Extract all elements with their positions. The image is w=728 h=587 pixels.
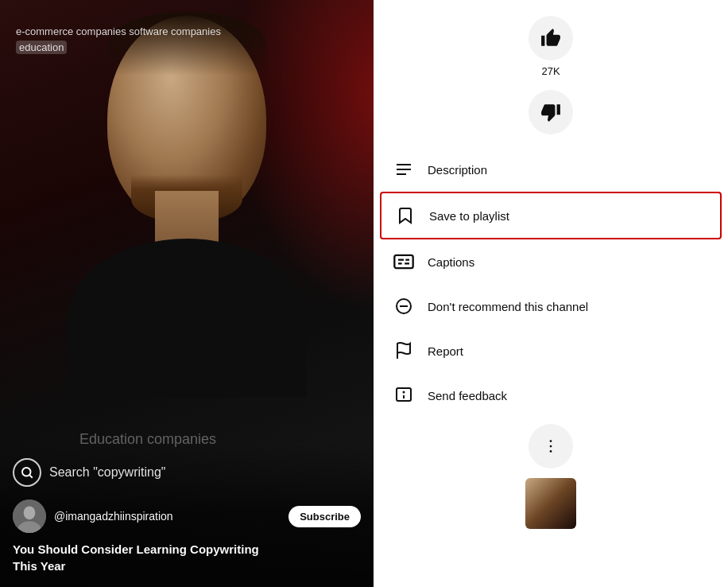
- action-panel: 27K Description: [374, 0, 728, 587]
- menu-item-feedback[interactable]: Send feedback: [380, 373, 722, 418]
- bookmark-icon: [394, 204, 416, 227]
- minus-circle-icon: [393, 295, 415, 317]
- avatar: [13, 500, 46, 533]
- video-title-text: You Should Consider Learning Copywriting: [13, 542, 259, 556]
- video-bottom-overlay: Search "copywriting" @imangadzhiinspirat…: [0, 442, 374, 587]
- feedback-label: Send feedback: [428, 389, 507, 402]
- dislike-button[interactable]: [529, 90, 573, 134]
- search-text: Search "copywriting": [49, 465, 166, 480]
- svg-rect-16: [397, 388, 411, 401]
- svg-point-19: [550, 440, 552, 442]
- svg-point-3: [24, 506, 36, 519]
- tag-line1: e-commerce companies software companies: [16, 24, 358, 40]
- feedback-icon: [393, 384, 415, 406]
- tag-line2: education: [16, 40, 358, 56]
- person-silhouette: [52, 0, 322, 461]
- video-title: You Should Consider Learning Copywriting…: [13, 541, 361, 574]
- captions-label: Captions: [428, 255, 474, 269]
- captions-icon: [393, 251, 415, 273]
- video-title-text2: This Year: [13, 559, 65, 573]
- flag-icon: [393, 340, 415, 362]
- subscribe-button[interactable]: Subscribe: [288, 506, 361, 527]
- channel-handle: @imangadzhiinspiration: [54, 510, 281, 523]
- like-count: 27K: [541, 65, 560, 77]
- menu-item-dont-recommend[interactable]: Don't recommend this channel: [380, 284, 722, 328]
- menu-item-captions[interactable]: Captions: [380, 239, 722, 284]
- svg-rect-8: [394, 255, 412, 268]
- description-label: Description: [428, 163, 487, 177]
- thumbs-down-icon: [540, 102, 561, 122]
- tag-highlight: education: [16, 41, 67, 54]
- description-icon: [393, 158, 415, 181]
- thumbs-up-icon: [540, 28, 561, 49]
- report-label: Report: [428, 344, 463, 358]
- more-options-button[interactable]: [529, 424, 573, 468]
- shoulders: [68, 239, 306, 398]
- svg-point-21: [550, 450, 552, 453]
- action-buttons: 27K: [529, 0, 573, 139]
- save-playlist-label: Save to playlist: [429, 209, 509, 223]
- thumbnail-preview[interactable]: [525, 478, 576, 529]
- search-bar[interactable]: Search "copywriting": [13, 458, 361, 487]
- video-tags: e-commerce companies software companies …: [16, 24, 358, 55]
- menu-item-save-playlist[interactable]: Save to playlist: [380, 192, 722, 239]
- menu-list: Description Save to playlist: [374, 147, 728, 418]
- search-icon: [20, 465, 34, 480]
- avatar-placeholder: [13, 500, 46, 533]
- svg-point-20: [550, 445, 552, 448]
- menu-item-description[interactable]: Description: [380, 147, 722, 192]
- three-dots-icon: [542, 437, 560, 455]
- video-panel: e-commerce companies software companies …: [0, 0, 374, 587]
- dont-recommend-label: Don't recommend this channel: [428, 300, 588, 313]
- menu-item-report[interactable]: Report: [380, 328, 722, 373]
- svg-line-1: [29, 475, 32, 477]
- channel-row: @imangadzhiinspiration Subscribe: [13, 500, 361, 533]
- search-icon-circle: [13, 458, 41, 487]
- svg-point-0: [22, 468, 31, 476]
- like-button[interactable]: [529, 16, 573, 60]
